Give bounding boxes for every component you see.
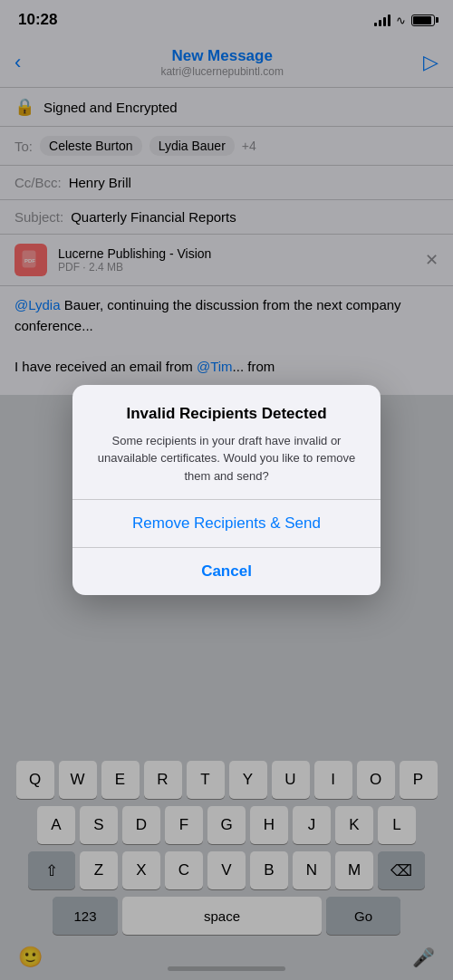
alert-dialog: Invalid Recipients Detected Some recipie… (72, 385, 381, 596)
alert-content: Invalid Recipients Detected Some recipie… (72, 385, 381, 500)
alert-message: Some recipients in your draft have inval… (91, 432, 362, 485)
remove-recipients-button[interactable]: Remove Recipients & Send (72, 500, 381, 548)
home-indicator (168, 966, 285, 971)
modal-overlay: Invalid Recipients Detected Some recipie… (0, 0, 453, 980)
alert-title: Invalid Recipients Detected (91, 405, 362, 423)
cancel-button[interactable]: Cancel (72, 548, 381, 595)
